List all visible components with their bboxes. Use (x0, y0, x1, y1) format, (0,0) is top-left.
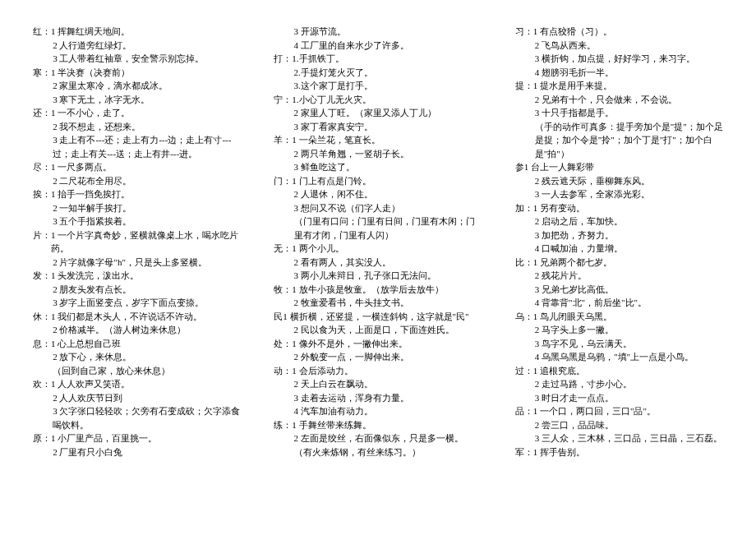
entry-head: 处： (274, 337, 292, 351)
entry-text: 1 头发洗完，泼出水。 (51, 269, 139, 283)
dict-entry: 片：1 一个片字真奇妙，竖横就像桌上水，喝水吃片药。2 片字就像字母"h"，只是… (33, 228, 241, 270)
dict-entry: 羊：1 一朵兰花，笔直长。2 两只羊角翘，一竖胡子长。3 鲜鱼吃这了。 (274, 133, 482, 174)
entry-line: 3 横折钩，加点提，好好学习，来习字。 (515, 52, 723, 66)
entry-line: 2 飞鸟从西来。 (515, 39, 723, 53)
entry-text: 1 一不小心，走了。 (51, 106, 130, 120)
entry-line: 2 看有两人，其实没人。 (274, 256, 482, 270)
entry-line: 4 汽车加油有动力。 (274, 404, 482, 418)
entry-text: 1 一尺多两点。 (51, 160, 112, 174)
entry-head: 发： (33, 269, 51, 283)
entry-line: 3 走着去运动，浑身有力量。 (274, 391, 482, 405)
entry-head: 民 (274, 310, 283, 324)
entry-line: 3 时日才走一点点。 (515, 391, 723, 405)
entry-head: 习： (515, 25, 533, 39)
entry-line: 4 工厂里的自来水少了许多。 (274, 39, 482, 53)
entry-line: 2.手提灯笼火灭了。 (274, 66, 482, 80)
dict-entry: 加：1 另有变动。2 启动之后，车加快。3 加把劲，齐努力。4 口喊加油，力量增… (515, 201, 723, 256)
dict-entry: 3 开源节流。4 工厂里的自来水少了许多。 (274, 25, 482, 52)
entry-line: 2 残云遮天际，垂柳舞东风。 (515, 174, 723, 188)
entry-line: 3 想问又不说（们字人走） (274, 201, 482, 215)
entry-head: 门： (274, 174, 292, 188)
entry-text: 1 台上一人舞彩带 (524, 160, 594, 174)
entry-line: 3 加把劲，齐努力。 (515, 228, 723, 242)
entry-text: 1 放牛小孩是牧童。（放学后去放牛） (292, 283, 443, 297)
column-1: 红：1 挥舞红绸天地间。2 人行道旁红绿灯。3 工人带着红袖章，安全警示别忘掉。… (33, 25, 241, 459)
entry-head: 品： (515, 404, 533, 418)
entry-head: 提： (515, 79, 533, 93)
entry-text: 1 一个片字真奇妙，竖横就像桌上水，喝水吃片药。 (51, 228, 241, 256)
entry-head: 打： (274, 52, 292, 66)
entry-head: 宁： (274, 93, 292, 107)
column-3: 习：1 有点狡猾（习）。2 飞鸟从西来。3 横折钩，加点提，好好学习，来习字。4… (515, 25, 723, 459)
dict-entry: 乌：1 鸟儿闭眼天乌黑。2 马字头上多一撇。3 鸟字不见，乌云满天。4 乌黑乌黑… (515, 310, 723, 364)
entry-line: 4 口喊加油，力量增。 (515, 242, 723, 256)
entry-line: 3 走上有不---还；走上有力---边；走上有寸---过；走上有关---送；走上… (33, 133, 241, 160)
entry-line: （回到自己家，放心来休息） (33, 364, 241, 378)
entry-head: 过： (515, 364, 533, 378)
entry-head: 参 (515, 160, 524, 174)
entry-line: 2 民以食为天，上面是口，下面连姓氏。 (274, 323, 482, 337)
entry-line: 2 残花片片。 (515, 269, 723, 283)
entry-head: 羊： (274, 133, 292, 147)
entry-head: 牧： (274, 283, 292, 297)
entry-head: 还： (33, 106, 51, 120)
dict-entry: 打：1.手抓铁丁。2.手提灯笼火灭了。3.这个家丁是打手。 (274, 52, 482, 93)
entry-text: 1 挥舞红绸天地间。 (51, 25, 130, 39)
entry-text: 1.手抓铁丁。 (292, 52, 343, 66)
entry-line: 2 片字就像字母"h"，只是头上多竖横。 (33, 256, 241, 270)
dict-entry: 尽：1 一尺多两点。2 二尺花布全用尽。 (33, 160, 241, 187)
entry-line: 3 两小儿来辩日，孔子张口无法问。 (274, 269, 482, 283)
dict-entry: 宁：1.小心丁儿无火灾。2 家里人丁旺。（家里又添人丁儿）3 家丁看家真安宁。 (274, 93, 482, 134)
entry-head: 动： (274, 364, 292, 378)
entry-text: 1 心上总想自己班 (51, 337, 121, 351)
entry-line: 2 马字头上多一撇。 (515, 323, 723, 337)
entry-line: 2 家里太寒冷，滴水都成冰。 (33, 79, 241, 93)
entry-text: 1 提水是用手来提。 (533, 79, 612, 93)
entry-head: 休： (33, 310, 51, 324)
entry-line: 3 开源节流。 (274, 25, 482, 39)
entry-line: 2 两只羊角翘，一竖胡子长。 (274, 147, 482, 161)
dict-entry: 军：1 挥手告别。 (515, 445, 723, 459)
entry-text: 1 门上有点是门铃。 (292, 174, 371, 188)
entry-line: 2 一知半解手挨打。 (33, 201, 241, 215)
dict-entry: 牧：1 放牛小孩是牧童。（放学后去放牛）2 牧童爱看书，牛头挂文书。 (274, 283, 482, 310)
dict-entry: 参1 台上一人舞彩带2 残云遮天际，垂柳舞东风。3 一人去参军，全家添光彩。 (515, 160, 723, 201)
entry-line: 3 十只手指都是手。 (515, 106, 723, 120)
entry-line: 3 寒下无土，冰字无水。 (33, 93, 241, 107)
dict-entry: 比：1 兄弟两个都七岁。2 残花片片。3 兄弟七岁比高低。4 背靠背"北"，前后… (515, 256, 723, 310)
entry-text: 1 我们都是木头人，不许说话不许动。 (51, 310, 202, 324)
entry-text: 1 小厂里产品，百里挑一。 (51, 431, 157, 445)
entry-text: 1 半决赛（决赛前） (51, 66, 130, 80)
entry-line: 2 左面是绞丝，右面像似东，只是多一横。 (274, 431, 482, 445)
entry-text: 1.小心丁儿无火灾。 (292, 93, 371, 107)
dict-entry: 寒：1 半决赛（决赛前）2 家里太寒冷，滴水都成冰。3 寒下无土，冰字无水。 (33, 66, 241, 107)
entry-line: 3 岁字上面竖变点，岁字下面点变捺。 (33, 296, 241, 310)
entry-line: 2 放下心，来休息。 (33, 350, 241, 364)
entry-head: 原： (33, 431, 51, 445)
entry-text: 1 抬手一挡免挨打。 (51, 187, 130, 201)
entry-line: 2 走过马路，寸步小心。 (515, 377, 723, 391)
entry-text: 1 人人欢声又笑语。 (51, 377, 130, 391)
entry-head: 军： (515, 445, 533, 459)
entry-text: 1 会后添动力。 (292, 364, 353, 378)
entry-head: 寒： (33, 66, 51, 80)
entry-text: 1 一个口，两口回，三口"品"。 (533, 404, 656, 418)
entry-text: 1 两个小儿。 (292, 242, 343, 256)
entry-head: 挨： (33, 187, 51, 201)
entry-line: 3 鲜鱼吃这了。 (274, 160, 482, 174)
entry-line: 2 启动之后，车加快。 (515, 214, 723, 228)
entry-text: 1 手舞丝带来练舞。 (292, 418, 371, 432)
dict-entry: 息：1 心上总想自己班2 放下心，来休息。（回到自己家，放心来休息） (33, 337, 241, 378)
entry-head: 练： (274, 418, 292, 432)
entry-line: 3 三人众，三木林，三口品，三日晶，三石磊。 (515, 431, 723, 445)
entry-line: 3 五个手指紧挨着。 (33, 214, 241, 228)
entry-text: 1 兄弟两个都七岁。 (533, 256, 612, 270)
entry-line: 2 人人欢庆节日到 (33, 391, 241, 405)
dict-entry: 处：1 像外不是外，一撇伸出来。2 外貌变一点，一脚伸出来。 (274, 337, 482, 364)
entry-head: 片： (33, 228, 51, 256)
entry-line: 2 牧童爱看书，牛头挂文书。 (274, 296, 482, 310)
dict-entry: 品：1 一个口，两口回，三口"品"。2 尝三口，品品味。3 三人众，三木林，三口… (515, 404, 723, 445)
dict-entry: 动：1 会后添动力。2 天上白云在飘动。3 走着去运动，浑身有力量。4 汽车加油… (274, 364, 482, 418)
column-2: 3 开源节流。4 工厂里的自来水少了许多。打：1.手抓铁丁。2.手提灯笼火灭了。… (274, 25, 482, 459)
entry-line: 3 鸟字不见，乌云满天。 (515, 337, 723, 351)
